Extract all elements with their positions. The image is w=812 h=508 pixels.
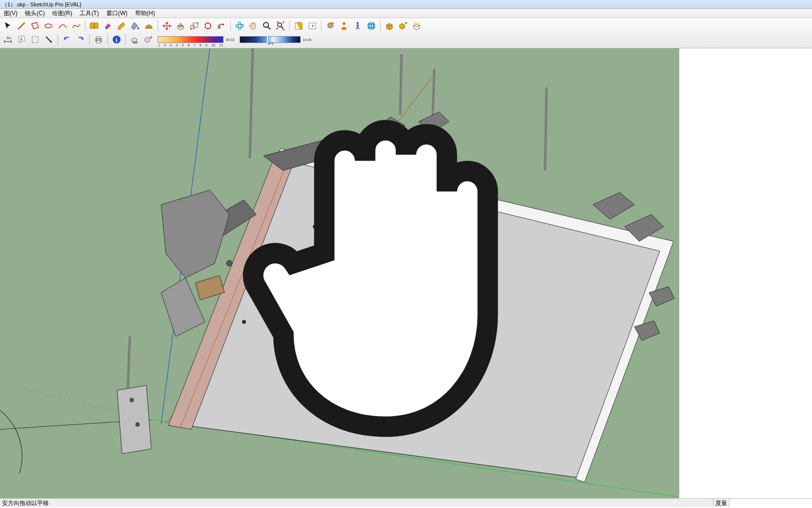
paint-bucket-tool[interactable]	[129, 20, 142, 32]
titlebar: （1）.skp - SketchUp Pro [EVAL]	[0, 0, 812, 9]
box-plus-tool[interactable]	[397, 20, 409, 32]
svg-point-4	[79, 24, 81, 26]
model-canvas	[0, 48, 812, 498]
svg-line-33	[545, 87, 547, 170]
measurement-label: 度量	[713, 499, 729, 507]
svg-line-31	[400, 54, 402, 114]
menu-camera[interactable]: 镜头(C)	[22, 9, 48, 18]
measurement-input[interactable]	[729, 499, 812, 507]
svg-point-35	[313, 225, 317, 229]
text-tool[interactable]: A	[15, 33, 28, 46]
section-tool[interactable]	[29, 33, 41, 46]
window-title: （1）.skp - SketchUp Pro [EVAL]	[2, 1, 81, 7]
shadow-toggle-tool[interactable]	[128, 33, 141, 46]
svg-point-42	[136, 423, 140, 426]
next-scene-tool[interactable]	[306, 20, 319, 32]
svg-point-2	[51, 26, 53, 28]
pan-tool[interactable]	[247, 20, 260, 32]
3d-warehouse-tool[interactable]	[365, 20, 378, 32]
guide-arc	[0, 400, 22, 473]
viewport-3d[interactable]	[0, 48, 812, 498]
line-tool[interactable]	[15, 20, 28, 32]
shadow-time-mid: 中午	[266, 42, 276, 46]
svg-text:A: A	[20, 37, 23, 41]
hanger-bracket	[117, 385, 151, 454]
svg-point-41	[130, 398, 134, 402]
axes-tool[interactable]	[42, 33, 55, 46]
svg-point-17	[343, 22, 345, 25]
tape-tool[interactable]	[115, 20, 128, 32]
date-spectrum[interactable]: 12 34 56 78 910 11	[158, 36, 223, 43]
select-tool[interactable]	[1, 20, 14, 32]
svg-point-37	[242, 320, 246, 324]
shadow-time-start: 06:43	[224, 38, 236, 42]
svg-point-18	[357, 22, 359, 24]
svg-point-36	[271, 276, 275, 280]
protractor-tool[interactable]	[142, 20, 155, 32]
toolbars: 3m A i 12 34 56 78 910 11 06	[0, 18, 812, 48]
menu-draw[interactable]: 绘图(R)	[49, 9, 75, 18]
svg-rect-25	[97, 37, 101, 39]
statusbar: 安方向拖动以平移 度量	[0, 498, 812, 507]
svg-text:3m: 3m	[6, 36, 11, 40]
new-scene-tool[interactable]	[292, 20, 305, 32]
place-component-tool[interactable]	[324, 20, 337, 32]
svg-line-34	[128, 337, 130, 390]
pushpull-tool[interactable]	[174, 20, 187, 32]
svg-rect-26	[97, 41, 101, 43]
zoom-tool[interactable]	[261, 20, 273, 32]
menu-window[interactable]: 窗口(W)	[103, 9, 130, 18]
print-tool[interactable]	[92, 33, 105, 46]
redo-tool[interactable]	[74, 33, 87, 46]
svg-point-0	[37, 27, 39, 29]
svg-point-5	[137, 27, 139, 29]
status-hint: 安方向拖动以平移	[0, 499, 713, 507]
rotate-tool[interactable]	[202, 20, 214, 32]
toolbar-row-1	[1, 19, 811, 33]
menu-help[interactable]: 帮助(H)	[132, 9, 158, 18]
rectangle-tool[interactable]	[29, 20, 41, 32]
svg-point-29	[132, 42, 138, 43]
arc-tool[interactable]	[56, 20, 69, 32]
model-info-tool[interactable]: i	[110, 33, 123, 46]
svg-point-1	[45, 24, 52, 28]
menubar: 图(V) 镜头(C) 绘图(R) 工具(T) 窗口(W) 帮助(H)	[0, 9, 812, 18]
menu-tools[interactable]: 工具(T)	[77, 9, 102, 18]
open-book-tool[interactable]	[88, 20, 101, 32]
svg-line-30	[250, 48, 253, 158]
svg-point-3	[65, 26, 67, 28]
dimension-tool[interactable]: 3m	[1, 33, 14, 46]
move-tool[interactable]	[161, 20, 173, 32]
svg-point-13	[264, 22, 268, 27]
shadow-time-end: 16:46	[302, 38, 313, 42]
svg-point-9	[197, 22, 199, 24]
shadow-settings-tool[interactable]	[142, 33, 155, 46]
orbit-tool[interactable]	[233, 20, 246, 32]
undo-tool[interactable]	[61, 33, 73, 46]
eraser-tool[interactable]	[102, 20, 114, 32]
person-tool[interactable]	[338, 20, 350, 32]
toolbar-row-2: 3m A i 12 34 56 78 910 11 06	[1, 33, 811, 46]
svg-point-8	[190, 28, 192, 30]
polygon-tool[interactable]	[70, 20, 82, 32]
circle-tool[interactable]	[42, 20, 55, 32]
zoom-extents-tool[interactable]	[274, 20, 287, 32]
box-tool[interactable]	[383, 20, 396, 32]
shadow-date-slider[interactable]: 12 34 56 78 910 11 06:43 16:46	[158, 36, 313, 43]
walk-tool[interactable]	[351, 20, 364, 32]
followme-tool[interactable]	[215, 20, 228, 32]
svg-point-12	[238, 22, 241, 30]
menu-view[interactable]: 图(V)	[1, 9, 20, 18]
svg-point-14	[278, 23, 282, 27]
svg-point-43	[226, 260, 232, 266]
svg-rect-10	[218, 26, 220, 28]
scale-tool[interactable]	[188, 20, 201, 32]
box-open-tool[interactable]	[410, 20, 423, 32]
